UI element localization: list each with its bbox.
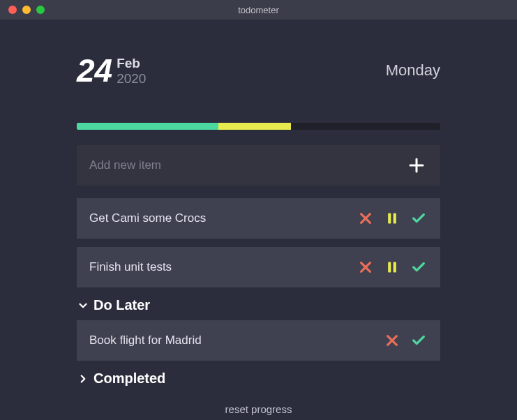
plus-icon: [408, 157, 425, 174]
x-icon: [358, 211, 373, 226]
add-item-button[interactable]: [405, 154, 428, 177]
completed-label: Completed: [93, 370, 165, 387]
minimize-window-button[interactable]: [22, 6, 31, 14]
add-item-input[interactable]: [89, 158, 405, 172]
day-number: 24: [77, 54, 112, 87]
progress-later-segment: [218, 123, 291, 130]
completed-section-toggle[interactable]: Completed: [77, 370, 440, 387]
progress-bar: [77, 123, 440, 130]
do-later-section-toggle[interactable]: Do Later: [77, 297, 440, 313]
traffic-lights: [0, 6, 45, 14]
check-icon: [410, 333, 428, 348]
date-header: 24 Feb 2020 Monday: [77, 54, 440, 87]
chevron-right-icon: [77, 373, 89, 385]
check-icon: [410, 211, 428, 226]
todo-item: Finish unit tests: [77, 247, 440, 287]
delete-button[interactable]: [383, 331, 401, 350]
todo-text: Get Cami some Crocs: [89, 211, 357, 225]
later-item: Book flight for Madrid: [77, 320, 440, 361]
month-label: Feb: [117, 56, 146, 71]
add-item-row: [77, 145, 440, 186]
weekday-label: Monday: [386, 54, 440, 80]
x-icon: [384, 333, 400, 348]
window-titlebar: todometer: [0, 0, 517, 20]
x-icon: [358, 260, 373, 275]
pause-button[interactable]: [383, 209, 401, 227]
pause-icon: [385, 211, 399, 226]
complete-button[interactable]: [410, 258, 428, 276]
delete-button[interactable]: [357, 258, 375, 276]
progress-completed-segment: [77, 123, 218, 130]
complete-button[interactable]: [410, 331, 428, 350]
maximize-window-button[interactable]: [36, 6, 45, 14]
pause-icon: [385, 260, 399, 275]
reset-progress-link[interactable]: reset progress: [77, 403, 440, 415]
date-block: 24 Feb 2020: [77, 54, 146, 87]
svg-rect-1: [394, 213, 396, 224]
todo-item: Get Cami some Crocs: [77, 198, 440, 239]
svg-rect-3: [394, 262, 396, 273]
year-label: 2020: [117, 71, 146, 87]
todo-text: Finish unit tests: [89, 260, 357, 274]
window-title: todometer: [0, 5, 517, 15]
close-window-button[interactable]: [8, 6, 17, 14]
svg-rect-2: [388, 262, 391, 273]
check-icon: [410, 260, 428, 275]
svg-rect-0: [388, 213, 391, 224]
do-later-label: Do Later: [93, 297, 150, 313]
complete-button[interactable]: [410, 209, 428, 227]
delete-button[interactable]: [357, 209, 375, 227]
pause-button[interactable]: [383, 258, 401, 276]
later-text: Book flight for Madrid: [89, 333, 383, 347]
chevron-down-icon: [77, 299, 89, 312]
